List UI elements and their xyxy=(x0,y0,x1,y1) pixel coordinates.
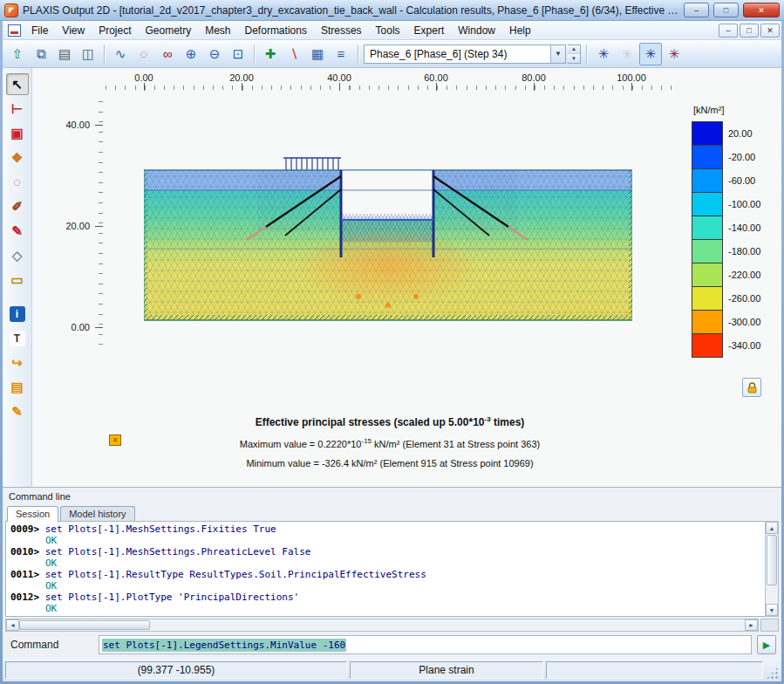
legend-value: -100.00 xyxy=(728,199,760,209)
stress-plot[interactable] xyxy=(144,153,632,323)
history-command-line: 0009> set Plots[-1].MeshSettings.Fixitie… xyxy=(10,523,760,535)
info-tool-button[interactable]: i xyxy=(6,303,29,325)
menu-tools[interactable]: Tools xyxy=(369,22,407,39)
command-input[interactable]: set Plots[-1].LegendSettings.MinValue -1… xyxy=(99,635,752,654)
history-prompt: 0011> xyxy=(10,569,39,580)
report-tool-button[interactable]: ▤ xyxy=(6,376,29,398)
mdi-close-button[interactable]: ✕ xyxy=(760,24,780,38)
v-ruler-tick xyxy=(95,327,103,328)
polygon-tool-button[interactable]: ◇ xyxy=(6,244,29,266)
zoom-out-icon: ⊖ xyxy=(209,46,221,62)
select-tool-button[interactable]: ↖ xyxy=(6,73,29,95)
menu-project[interactable]: Project xyxy=(92,22,138,39)
copy-button[interactable]: ⧉ xyxy=(30,43,52,65)
scroll-right-icon[interactable]: ► xyxy=(745,619,758,631)
history-command-text: set Plots[-1].MeshSettings.Fixities True xyxy=(45,523,276,535)
plot-area[interactable]: [kN/m²] 20.00-20.00-60.00-100.00-140.00-… xyxy=(32,68,781,487)
pencil-tool-button[interactable]: ✎ xyxy=(6,220,29,242)
brush-tool-button[interactable]: ✐ xyxy=(6,195,29,217)
table-button[interactable]: ▦ xyxy=(306,43,329,65)
v-ruler-tick xyxy=(95,125,103,126)
legend-color-swatch xyxy=(692,286,723,311)
node-selection-tool-icon: ▣ xyxy=(10,126,23,141)
print-button[interactable]: ▤ xyxy=(53,43,76,65)
distribution-button[interactable]: ≡ xyxy=(330,43,352,65)
vertical-scroll-thumb[interactable] xyxy=(767,535,777,585)
zoom-box-button[interactable]: ⊡ xyxy=(227,43,249,65)
spin-down-icon[interactable]: ▼ xyxy=(568,54,580,63)
menu-geometry[interactable]: Geometry xyxy=(139,22,199,39)
history-command-text: set Plots[-1].PlotType 'PrincipalDirecti… xyxy=(45,592,299,603)
horizontal-scroll-thumb[interactable] xyxy=(19,620,150,630)
inspect-button[interactable]: ∞ xyxy=(156,43,179,65)
tab-session[interactable]: Session xyxy=(7,506,58,522)
zoom-out-button[interactable]: ⊖ xyxy=(203,43,226,65)
title-bar[interactable]: ◤ PLAXIS Output 2D - [tutorial_2d_v2017_… xyxy=(0,0,784,21)
cross-section-button[interactable]: ∖ xyxy=(283,43,305,65)
goto-tool-button[interactable]: ↪ xyxy=(6,352,29,373)
menu-items: FileViewProjectGeometryMeshDeformationsS… xyxy=(24,22,538,39)
scroll-down-icon[interactable]: ▼ xyxy=(766,604,778,616)
horizontal-scroll-track[interactable] xyxy=(150,619,745,631)
legend-value: -220.00 xyxy=(728,270,760,280)
principal-directions-button[interactable]: ✳ xyxy=(592,43,615,65)
run-command-button[interactable]: ▶ xyxy=(757,635,776,654)
new-chart-button[interactable]: ∿ xyxy=(109,43,132,65)
history-command-line: 0012> set Plots[-1].PlotType 'PrincipalD… xyxy=(10,592,760,603)
reset-view-icon: ✚ xyxy=(265,46,276,62)
menu-mesh[interactable]: Mesh xyxy=(198,22,237,39)
resize-grip[interactable] xyxy=(766,667,779,680)
phase-stepper[interactable]: ▲ ▼ xyxy=(568,44,581,64)
legend-value: -20.00 xyxy=(728,152,755,162)
distance-measure-tool-button[interactable]: ⊢ xyxy=(6,98,29,120)
mdi-restore-button[interactable]: □ xyxy=(740,24,759,38)
history-vertical-scrollbar[interactable]: ▲ ▼ xyxy=(765,521,779,617)
menu-stresses[interactable]: Stresses xyxy=(314,22,369,39)
h-ruler-label: 100.00 xyxy=(617,72,646,83)
phase-selector[interactable]: Phase_6 [Phase_6] (Step 34) ▼ xyxy=(364,44,566,64)
history-horizontal-scrollbar[interactable]: ◄ ► xyxy=(5,619,759,632)
scrollbar-corner xyxy=(760,619,779,632)
chevron-down-icon[interactable]: ▼ xyxy=(550,45,565,63)
menu-file[interactable]: File xyxy=(24,22,55,39)
ruler-tool-button[interactable]: ▭ xyxy=(6,269,29,291)
caption-max-suffix: kN/m² (Element 31 at Stress point 363) xyxy=(372,439,540,449)
open-project-button[interactable]: ⇧ xyxy=(6,43,29,65)
vertical-scroll-track[interactable] xyxy=(766,586,778,604)
scroll-left-icon[interactable]: ◄ xyxy=(6,619,19,631)
toolbar-separator xyxy=(104,44,105,64)
menu-view[interactable]: View xyxy=(55,22,92,39)
zoom-in-button[interactable]: ⊕ xyxy=(180,43,202,65)
ellipse-tool-button[interactable]: ◌ xyxy=(6,171,29,193)
history-prompt: 0012> xyxy=(10,592,39,603)
spin-up-icon[interactable]: ▲ xyxy=(568,45,580,55)
menu-deformations[interactable]: Deformations xyxy=(238,22,314,39)
maximize-button[interactable]: □ xyxy=(713,3,739,17)
drawing-tool-button[interactable]: ❖ xyxy=(6,147,29,168)
select-ellipse-button[interactable]: ◌ xyxy=(133,43,155,65)
toolbar-separator xyxy=(586,44,587,64)
reset-view-button[interactable]: ✚ xyxy=(259,43,282,65)
principal-directions-icon: ✳ xyxy=(598,46,610,62)
history-response: OK xyxy=(10,580,760,592)
scroll-up-icon[interactable]: ▲ xyxy=(766,522,778,534)
legend-entry: -260.00 xyxy=(692,286,781,311)
print-preview-button[interactable]: ◫ xyxy=(77,43,99,65)
legend-lock-button[interactable] xyxy=(742,378,761,397)
node-selection-tool-button[interactable]: ▣ xyxy=(6,122,29,144)
close-button[interactable]: ✕ xyxy=(743,3,780,17)
minimize-button[interactable]: – xyxy=(684,3,709,17)
principal-directions-center-button[interactable]: ✳ xyxy=(663,43,685,65)
zoom-in-icon: ⊕ xyxy=(186,46,197,62)
menu-help[interactable]: Help xyxy=(502,22,538,39)
principal-directions-all-button[interactable]: ✳ xyxy=(639,43,662,65)
command-panel-title: Command line xyxy=(9,491,71,502)
tab-model-history[interactable]: Model history xyxy=(60,506,134,522)
command-history[interactable]: 0009> set Plots[-1].MeshSettings.Fixitie… xyxy=(5,521,779,617)
menu-window[interactable]: Window xyxy=(451,22,502,39)
annotation-tool-button[interactable]: ✎ xyxy=(6,400,29,422)
text-tool-button[interactable]: T xyxy=(6,327,29,349)
mdi-minimize-button[interactable]: – xyxy=(719,24,738,38)
principal-directions-middle-button[interactable]: ✳ xyxy=(616,43,638,65)
menu-expert[interactable]: Expert xyxy=(407,22,452,39)
